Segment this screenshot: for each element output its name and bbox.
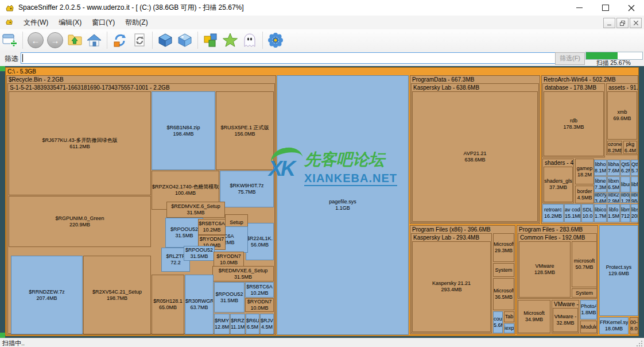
rescan-button[interactable] <box>111 31 129 49</box>
new-view-icon <box>2 32 18 48</box>
treemap-block-photoa[interactable]: PhotoA1.8MB <box>580 300 597 319</box>
watermark-logo-icon: XK <box>269 146 304 191</box>
treemap-block-gamep[interactable]: gamep18.2M <box>575 159 594 184</box>
treemap-block-avp[interactable]: AVP21.21638.6MB <box>412 91 538 222</box>
treemap-block-label: libcry3.4M <box>595 193 606 203</box>
treemap-block-libxn[interactable]: libxn6.5M <box>607 176 620 192</box>
treemap-block-libx2[interactable]: libx22.9M <box>607 193 620 203</box>
close-button[interactable] <box>618 0 644 16</box>
treemap-block-rusx5pe[interactable]: $RUSX5PE.1 正式版156.0MB <box>216 91 274 170</box>
treemap-block-rdb[interactable]: rdb178.3MB <box>544 91 604 156</box>
treemap-block-libcry[interactable]: libcry3.4M <box>594 193 607 203</box>
treemap-block-kaspersky-2121[interactable]: Kaspersky 21.21293.4MB <box>412 241 491 332</box>
treemap-block-rrz[interactable]: $RRZ11.1M <box>230 314 245 334</box>
treemap-block-label: $R05H128.165.0MB <box>152 298 184 311</box>
treemap-block-libho[interactable]: libho8.1M <box>594 160 607 176</box>
treemap-block-module[interactable]: Module <box>580 321 597 333</box>
star-filter-button[interactable] <box>221 31 239 49</box>
treemap-block-vmware-sm[interactable]: VMware -32.8MB <box>553 308 578 332</box>
treemap-block-avcode[interactable]: av code15.1MB <box>564 204 581 222</box>
menu-window[interactable]: 窗口(Y) <box>87 16 120 29</box>
treemap-block-pagefile[interactable]: pagefile.sys1.1GB <box>277 75 409 335</box>
treemap-block-sdl[interactable]: SDL10.0 <box>581 204 593 222</box>
treemap-block-liblz[interactable]: liblz984K <box>631 193 638 203</box>
treemap-block-r5btc6a-2[interactable]: $R5BTC6A10.2MB <box>245 282 274 298</box>
back-button[interactable]: ← <box>26 31 45 49</box>
treemap-block-r05h128[interactable]: $R05H128.165.0MB <box>152 275 184 334</box>
treemap-block-qt5-b[interactable]: Qt55.7M <box>631 160 638 176</box>
filter-button[interactable]: 筛选(F) <box>555 52 585 65</box>
treemap-block-f002[interactable]: 00-28.0M <box>630 317 638 334</box>
treemap-block-libha[interactable]: libha7.6M <box>607 160 620 176</box>
treemap-block-frkernel[interactable]: FRKernel.sy18.0MB <box>599 317 629 334</box>
new-view-button[interactable] <box>1 31 19 49</box>
menu-help[interactable]: 帮助(Z) <box>120 16 153 29</box>
treemap-block-iexp[interactable]: iexp <box>504 323 514 333</box>
treemap-block-rgpunim[interactable]: $RGPUNIM.0_Green220.9MB <box>9 196 151 247</box>
treemap-block-vmware-big[interactable]: VMware128.5MB <box>519 241 571 298</box>
treemap-block-xmb[interactable]: xmb69.6MB <box>607 91 637 140</box>
treemap-block-libico[interactable]: libico1.7M <box>594 204 607 222</box>
menu-edit[interactable]: 编辑(X) <box>53 16 87 29</box>
treemap-block-rkw9h0t[interactable]: $RKW9H0T.7z75.7MB <box>220 171 274 207</box>
treemap-block-ozone[interactable]: ozone8.2MB <box>607 141 622 154</box>
treemap-block-tab[interactable]: Tab <box>504 311 514 322</box>
treemap-block-libfr[interactable]: libfr <box>631 176 638 192</box>
master-view-button[interactable] <box>156 31 174 49</box>
treemap-block-redmvxe-2[interactable]: $REDMVXE.6_Setup31.5MB <box>212 266 274 282</box>
treemap-block-border[interactable]: border4.5MB <box>575 186 594 203</box>
treemap-block-rrndzew[interactable]: $RRNDZEW.7z207.4MB <box>11 256 83 334</box>
treemap-block-r6u[interactable]: $R6U6.5M <box>246 314 259 334</box>
treemap-block-ryodn-3[interactable]: $RYODN710.0MB <box>245 298 274 312</box>
treemap-block-libfo[interactable]: libfo1.5M <box>607 204 620 222</box>
minimize-button[interactable] <box>567 0 592 16</box>
treemap-block-r5btc6a-1[interactable]: $R5BTC6A10.2MB <box>198 219 226 235</box>
treemap-block-label: libfo1.5M <box>608 207 619 219</box>
forward-button[interactable]: → <box>46 31 64 49</box>
treemap-block-rmy[interactable]: $RMY12.8M <box>214 314 230 334</box>
treemap-block-qt5-a[interactable]: Qt56.2M <box>620 160 630 176</box>
options-button[interactable] <box>266 31 285 49</box>
treemap-block-system-b[interactable]: System <box>572 288 597 298</box>
treemap-block-shaders-gls[interactable]: shaders_gls37.3MB <box>544 167 573 202</box>
detail-view-button[interactable] <box>176 31 194 49</box>
treemap-block-libm[interactable]: libm712K <box>620 204 630 222</box>
treemap-block-pkg[interactable]: pkg6.4M <box>623 141 637 154</box>
elements-view-button[interactable] <box>201 31 220 49</box>
treemap-block-protect-sys[interactable]: Protect.sys129.6MB <box>599 225 638 316</box>
filter-input[interactable] <box>21 52 556 64</box>
treemap-block-microsoft-a[interactable]: Microsoft29.3MB <box>493 233 514 262</box>
treemap-block-r224l1k[interactable]: $R224L1K.56.0MB <box>246 223 274 260</box>
treemap-block-microsoft-d[interactable]: Microsoft34.9MB <box>518 300 550 333</box>
mdi-restore-button[interactable] <box>616 18 629 28</box>
treemap-block-r6b1n84[interactable]: $R6B1N84.zip198.4MB <box>152 91 215 170</box>
menu-file[interactable]: 文件(W) <box>18 16 53 29</box>
maximize-button[interactable] <box>592 0 618 16</box>
mdi-close-button[interactable] <box>630 18 642 28</box>
resize-grip[interactable] <box>637 341 642 346</box>
treemap-block-libne[interactable]: libne7.3M <box>594 176 607 192</box>
treemap-block-libun[interactable]: libun <box>620 176 630 192</box>
treemap-block-libss[interactable]: libss20K <box>631 204 638 222</box>
treemap-block-rj677ku[interactable]: $RJ677KU.43-多开防撤回绿色版611.2MB <box>9 91 151 195</box>
treemap-block-libop[interactable]: libop1.2M <box>620 193 630 203</box>
treemap-block-r30rwgr[interactable]: $R30RWGR.63.7MB <box>185 275 214 334</box>
treemap-block-retroarc-exe[interactable]: retroarc16.2MB <box>542 204 564 222</box>
treemap-block-system-a[interactable]: System <box>493 263 514 277</box>
treemap-block-coun[interactable]: coun5.6M <box>493 311 503 333</box>
treemap-block-label: Module <box>581 324 596 330</box>
ghost-filter-button[interactable] <box>240 31 259 49</box>
treemap-block-rpoou-2[interactable]: $RPOOU5231.5MB <box>184 246 215 261</box>
treemap-block-label: Setup <box>226 219 247 226</box>
treemap-block-rpoou-3[interactable]: $RPOOU5231.5MB <box>214 282 245 313</box>
refresh-view-button[interactable] <box>130 31 149 49</box>
parent-folder-button[interactable] <box>65 31 84 49</box>
treemap-block-rjv[interactable]: $RJV4.5M <box>260 314 274 334</box>
treemap-block-r2xv54c[interactable]: $R2XV54C.21_Setup198.7MB <box>83 256 151 334</box>
treemap-block-microsoft-b[interactable]: Microsoft36.5MB <box>493 278 514 310</box>
mdi-minimize-button[interactable] <box>603 18 615 28</box>
home-button[interactable] <box>85 31 103 49</box>
treemap-block-ryodn-2[interactable]: $RYODN710.0MB <box>214 252 244 268</box>
treemap-block-microsoft-c[interactable]: microsoft50.7MB <box>572 241 597 287</box>
treemap-block-redmvxe-1[interactable]: $REDMVXE.6_Setup31.5MB <box>166 202 225 218</box>
